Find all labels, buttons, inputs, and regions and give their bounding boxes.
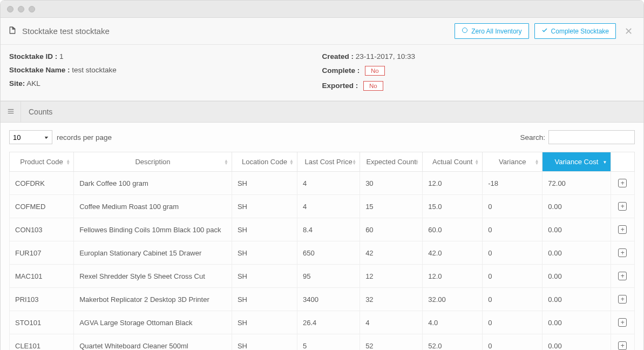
expand-row-button[interactable]: +	[618, 248, 627, 257]
cell-last-cost-price: 3400	[297, 288, 360, 311]
cell-last-cost-price: 95	[297, 265, 360, 288]
table-row: COFMEDCoffee Medium Roast 100 gramSH4151…	[10, 195, 635, 218]
cell-expand: +	[611, 195, 635, 218]
col-variance[interactable]: Variance ▲▼	[483, 152, 543, 172]
window-close-dot[interactable]	[7, 6, 13, 12]
cell-variance: -18	[483, 172, 543, 195]
col-last-cost-price[interactable]: Last Cost Price ▲▼	[297, 152, 360, 172]
sort-icon: ▲▼	[224, 159, 228, 165]
cell-expand: +	[611, 265, 635, 288]
stocktake-id-label: Stocktake ID :	[9, 52, 57, 60]
cell-product-code: MAC101	[10, 265, 74, 288]
col-variance-cost[interactable]: Variance Cost ▼	[543, 152, 611, 172]
page-size-select[interactable]: 10	[9, 130, 52, 144]
table-controls: 10 records per page Search:	[1, 123, 643, 149]
expand-row-button[interactable]: +	[618, 272, 627, 280]
complete-badge: No	[365, 66, 385, 76]
zero-inventory-button[interactable]: Zero All Inventory	[455, 23, 528, 39]
cell-location-code: SH	[232, 241, 297, 265]
complete-label: Complete :	[322, 66, 360, 75]
created-value: 23-11-2017, 10:33	[356, 52, 415, 60]
cell-location-code: SH	[232, 334, 297, 351]
cell-variance: 0	[483, 265, 543, 288]
table-row: FUR107Europlan Stationary Cabinet 15 Dra…	[10, 241, 635, 265]
col-product-code[interactable]: Product Code ▲▼	[10, 152, 74, 172]
zero-inventory-label: Zero All Inventory	[471, 28, 521, 35]
expand-row-button[interactable]: +	[618, 225, 627, 234]
expand-row-button[interactable]: +	[618, 295, 627, 304]
cell-expected-count: 52	[360, 334, 423, 351]
stocktake-name-label: Stocktake Name :	[9, 66, 70, 74]
cell-variance-cost: 0.00	[543, 241, 611, 265]
exported-badge: No	[363, 81, 383, 91]
cell-actual-count: 52.0	[423, 334, 483, 351]
cell-variance: 0	[483, 241, 543, 265]
cell-expand: +	[611, 172, 635, 195]
sort-icon: ▲▼	[289, 159, 294, 165]
table-row: CLE101Quartet Whiteboard Cleaner 500mlSH…	[10, 334, 635, 351]
close-icon[interactable]: ✕	[621, 25, 636, 37]
cell-product-code: FUR107	[10, 241, 74, 265]
cell-product-code: CON103	[10, 218, 74, 241]
search-input[interactable]	[548, 130, 635, 144]
page-title: Stocktake test stocktake	[22, 26, 110, 36]
stocktake-name-value: test stocktake	[72, 66, 117, 74]
col-actual-count[interactable]: Actual Count ▲▼	[423, 152, 483, 172]
cell-expand: +	[611, 311, 635, 334]
cell-variance: 0	[483, 311, 543, 334]
cell-variance: 0	[483, 195, 543, 218]
complete-stocktake-button[interactable]: Complete Stocktake	[534, 23, 616, 39]
cell-last-cost-price: 26.4	[297, 311, 360, 334]
cell-actual-count: 12.0	[423, 172, 483, 195]
site-value: AKL	[26, 79, 40, 88]
col-location-code[interactable]: Location Code ▲▼	[232, 152, 297, 172]
window-max-dot[interactable]	[29, 6, 35, 12]
svg-point-0	[463, 28, 467, 33]
cell-location-code: SH	[232, 218, 297, 241]
cell-variance-cost: 0.00	[543, 311, 611, 334]
cell-description: Fellowes Binding Coils 10mm Black 100 pa…	[74, 218, 232, 241]
cell-actual-count: 12.0	[423, 265, 483, 288]
meta-panel: Stocktake ID : 1 Stocktake Name : test s…	[1, 45, 643, 101]
cell-actual-count: 32.00	[423, 288, 483, 311]
section-menu-button[interactable]	[1, 102, 21, 122]
cell-product-code: CLE101	[10, 334, 74, 351]
cell-description: Dark Coffee 100 gram	[74, 172, 232, 195]
cell-expand: +	[611, 334, 635, 351]
sort-icon: ▲▼	[66, 159, 70, 165]
expand-row-button[interactable]: +	[618, 179, 627, 187]
circle-icon	[462, 27, 468, 35]
cell-expected-count: 60	[360, 218, 423, 241]
sort-icon: ▲▼	[415, 159, 419, 165]
cell-expected-count: 42	[360, 241, 423, 265]
document-icon	[8, 25, 17, 37]
sort-icon: ▲▼	[474, 159, 479, 165]
cell-variance: 0	[483, 218, 543, 241]
cell-product-code: COFDRK	[10, 172, 74, 195]
app-window: Stocktake test stocktake Zero All Invent…	[0, 0, 644, 350]
table-row: COFDRKDark Coffee 100 gramSH43012.0-1872…	[10, 172, 635, 195]
col-expected-count[interactable]: Expected Count ▲▼	[360, 152, 423, 172]
cell-product-code: STO101	[10, 311, 74, 334]
records-per-page-label: records per page	[57, 133, 112, 142]
expand-row-button[interactable]: +	[618, 318, 627, 327]
window-min-dot[interactable]	[18, 6, 24, 12]
exported-label: Exported :	[322, 82, 358, 90]
cell-description: Rexel Shredder Style 5 Sheet Cross Cut	[74, 265, 232, 288]
expand-row-button[interactable]: +	[618, 202, 627, 211]
cell-expand: +	[611, 218, 635, 241]
cell-variance: 0	[483, 288, 543, 311]
hamburger-icon	[6, 107, 15, 117]
search-label: Search:	[520, 133, 545, 142]
sort-icon: ▲▼	[352, 159, 356, 165]
sort-icon: ▲▼	[534, 159, 539, 165]
cell-expected-count: 32	[360, 288, 423, 311]
complete-stocktake-label: Complete Stocktake	[551, 28, 609, 35]
window-titlebar	[1, 1, 643, 18]
cell-last-cost-price: 4	[297, 195, 360, 218]
cell-expected-count: 30	[360, 172, 423, 195]
expand-row-button[interactable]: +	[618, 341, 627, 350]
cell-expected-count: 15	[360, 195, 423, 218]
col-description[interactable]: Description ▲▼	[74, 152, 232, 172]
cell-variance-cost: 0.00	[543, 195, 611, 218]
